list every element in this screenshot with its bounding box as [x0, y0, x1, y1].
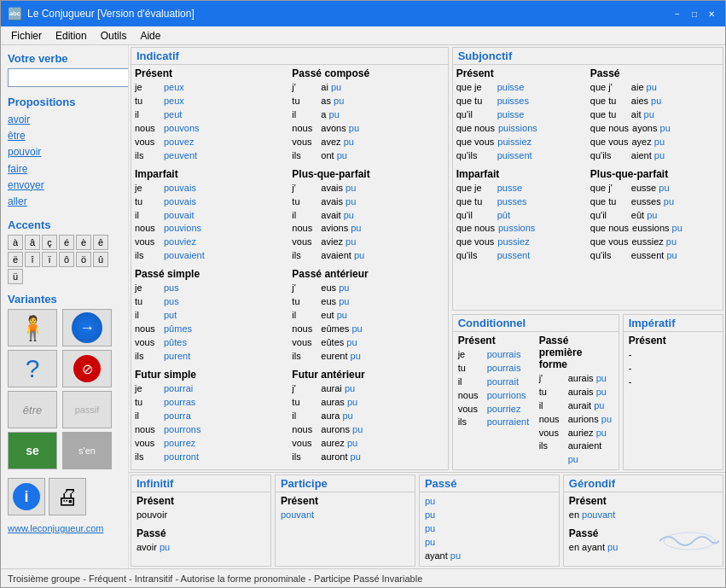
infinitif-panel: Infinitif Présent pouvoir Passé avoir pu — [131, 474, 271, 567]
imperatif-header: Impératif — [624, 315, 723, 332]
ind-ps-row-1: jepus — [135, 282, 287, 295]
accent-o-circ[interactable]: ô — [59, 252, 74, 267]
accent-u-circ[interactable]: û — [93, 252, 108, 267]
variante-stop[interactable]: ⊘ — [62, 350, 112, 387]
subj-imp-row-6: qu'ilspussent — [456, 249, 585, 263]
ind-pqp-row-4: nousavions pu — [292, 222, 444, 236]
variante-etre[interactable]: être — [8, 391, 57, 428]
proposition-avoir[interactable]: avoir — [8, 112, 121, 128]
proposition-pouvoir[interactable]: pouvoir — [8, 144, 121, 160]
participe-body: Présent pouvant — [276, 492, 415, 525]
variante-passif[interactable]: passif — [62, 391, 112, 428]
passe-row-1: pu — [425, 495, 554, 509]
accent-o-uml[interactable]: ö — [76, 252, 91, 267]
passe-body: pu pu pu pu ayant pu — [420, 492, 559, 566]
indicatif-present-group: Présent jepeux tupeux ilpeut nouspouvons… — [135, 67, 287, 467]
proposition-aller[interactable]: aller — [8, 194, 121, 210]
ind-fa-row-6: ilsauront pu — [292, 451, 444, 464]
imperatif-present-title: Présent — [629, 335, 717, 346]
cond-pa-row-4: nousaurions pu — [539, 413, 613, 427]
subj-pqp-row-4: que nouseussions pu — [590, 222, 719, 236]
subjonctif-present-title: Présent — [456, 67, 585, 79]
gerondif-present-val: en pouvant — [569, 509, 717, 522]
variantes-label: Variantes — [8, 293, 121, 306]
subj-pqp-row-6: qu'ilseussent pu — [590, 249, 719, 263]
accent-a-grave[interactable]: à — [8, 235, 23, 250]
accent-e-grave[interactable]: è — [76, 235, 91, 250]
etre-label: être — [23, 404, 42, 416]
person-icon: 🧍 — [18, 314, 48, 342]
cond-pr-row-1: jepourrais — [458, 348, 532, 362]
cond-imp-row: Conditionnel Présent jepourrais tupourra… — [450, 312, 725, 473]
variantes-grid: 🧍 → ? ⊘ être passif — [8, 309, 121, 469]
ind-pqp-row-5: vousaviez pu — [292, 236, 444, 249]
menu-aide[interactable]: Aide — [133, 28, 167, 44]
maximize-button[interactable]: □ — [688, 7, 701, 20]
close-button[interactable]: ✕ — [705, 7, 718, 20]
menu-bar: Fichier Edition Outils Aide — [1, 26, 725, 45]
imp-row-1: - — [629, 348, 717, 362]
ind-pc-row-6: ilsont pu — [292, 149, 444, 163]
ind-fa-row-4: nousaurons pu — [292, 423, 444, 437]
minimize-button[interactable]: − — [671, 7, 684, 20]
indicatif-panel: Indicatif Présent jepeux tupeux ilpeut n… — [131, 47, 449, 470]
passe-panel: Passé pu pu pu pu ayant pu — [419, 474, 560, 567]
accent-u-uml[interactable]: ü — [8, 269, 23, 284]
imperatif-body: Présent - - - — [624, 332, 723, 392]
propositions-label: Propositions — [8, 96, 121, 108]
subj-pa-row-6: qu'ilsaient pu — [590, 149, 719, 163]
ind-pa-row-6: ilseurent pu — [292, 350, 444, 364]
proposition-faire[interactable]: faire — [8, 161, 121, 178]
ind-pr-row-5: vouspouvez — [135, 136, 287, 149]
ind-pc-row-5: vousavez pu — [292, 136, 444, 149]
ind-pc-row-4: nousavons pu — [292, 122, 444, 136]
subjonctif-panel: Subjonctif Présent que jepuisse que tupu… — [452, 47, 723, 311]
menu-edition[interactable]: Edition — [49, 28, 94, 44]
accent-e-circ[interactable]: ê — [93, 235, 108, 250]
conditionnel-panel: Conditionnel Présent jepourrais tupourra… — [452, 314, 619, 471]
passe-row-4: pu — [425, 536, 554, 550]
accent-e-acute[interactable]: é — [59, 235, 74, 250]
menu-fichier[interactable]: Fichier — [4, 28, 49, 44]
propositions-section: Propositions avoir être pouvoir faire en… — [8, 96, 121, 210]
ind-pc-row-2: tuas pu — [292, 95, 444, 108]
subj-pa-row-3: que tuait pu — [590, 108, 719, 122]
proposition-etre[interactable]: être — [8, 128, 121, 144]
cond-pa-row-6: ilsauraient pu — [539, 440, 613, 467]
subj-imp-row-3: qu'ilpût — [456, 209, 585, 223]
accent-i-uml[interactable]: ï — [42, 252, 57, 267]
website-link[interactable]: www.leconjugueur.com — [8, 523, 104, 533]
ind-pr-row-4: nouspouvons — [135, 122, 287, 136]
variante-question[interactable]: ? — [8, 350, 57, 387]
variante-arrow[interactable]: → — [62, 309, 112, 346]
variante-sen[interactable]: s'en — [62, 432, 112, 469]
accent-i-circ[interactable]: î — [25, 252, 40, 267]
info-button[interactable]: i — [8, 478, 45, 515]
indicatif-imparfait-title: Imparfait — [135, 168, 287, 180]
infinitif-header: Infinitif — [131, 475, 270, 492]
ind-ps-row-6: ilspurent — [135, 350, 287, 364]
info-icon: i — [13, 483, 40, 510]
cond-present-title: Présent — [458, 335, 532, 346]
subjonctif-header: Subjonctif — [453, 48, 723, 65]
menu-outils[interactable]: Outils — [94, 28, 134, 44]
variante-person[interactable]: 🧍 — [8, 309, 57, 346]
stop-icon: ⊘ — [73, 355, 101, 382]
ind-pqp-row-3: ilavait pu — [292, 209, 444, 223]
verb-input[interactable] — [8, 68, 129, 87]
subj-pqp-row-2: que tueusses pu — [590, 195, 719, 209]
cond-pa-row-1: j'aurais pu — [539, 372, 613, 386]
accent-c-cedil[interactable]: ç — [42, 235, 57, 250]
variantes-section: Variantes 🧍 → ? ⊘ être — [8, 293, 121, 469]
accent-a-circ[interactable]: â — [25, 235, 40, 250]
imperatif-panel: Impératif Présent - - - — [623, 314, 723, 471]
sen-label: s'en — [78, 445, 96, 456]
subj-pa-row-2: que tuaies pu — [590, 95, 719, 108]
variante-se[interactable]: se — [8, 432, 57, 469]
title-bar-left: 🔤 Le Conjugueur [Version d'évaluation] — [8, 7, 195, 20]
se-label: se — [26, 444, 39, 457]
print-button[interactable]: 🖨 — [49, 478, 86, 515]
indicatif-futur-ant-title: Futur antérieur — [292, 369, 444, 381]
accent-e-uml[interactable]: ë — [8, 252, 23, 267]
proposition-envoyer[interactable]: envoyer — [8, 178, 121, 194]
